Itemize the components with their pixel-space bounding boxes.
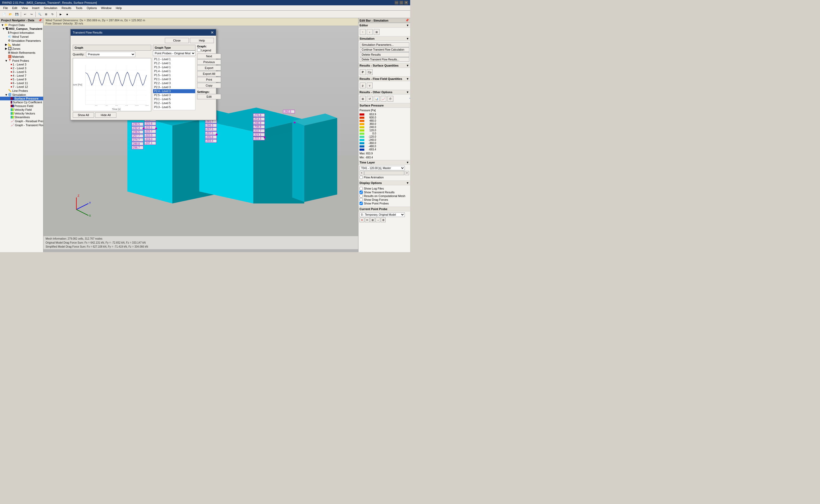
tree-mesh-ref[interactable]: ⊞ Mesh Refinements bbox=[0, 51, 43, 55]
save-btn[interactable]: 💾 bbox=[14, 11, 20, 17]
show-point-probes-checkbox[interactable] bbox=[360, 202, 363, 205]
editor-section-header[interactable]: Editor ▼ bbox=[358, 23, 410, 28]
sim-params-btn[interactable]: Simulation Parameters... bbox=[360, 42, 409, 47]
tree-probe-5[interactable]: ■ 5 - Level 9 bbox=[0, 77, 43, 81]
surface-pressure-header[interactable]: Surface Pressure bbox=[358, 103, 410, 108]
hide-all-btn[interactable]: Hide All bbox=[95, 112, 116, 118]
rotate-btn[interactable]: ↻ bbox=[50, 11, 55, 17]
menu-view[interactable]: View bbox=[19, 6, 30, 10]
menu-help[interactable]: Help bbox=[114, 6, 124, 10]
flow-animation-checkbox[interactable] bbox=[360, 176, 363, 179]
menu-simulation[interactable]: Simulation bbox=[42, 6, 59, 10]
zoom-btn[interactable]: 🔍 bbox=[37, 11, 43, 17]
legend-checkbox[interactable] bbox=[197, 48, 201, 52]
edit-btn[interactable]: Edit bbox=[197, 94, 221, 99]
current-probe-header[interactable]: Current Point Probe bbox=[358, 207, 410, 211]
time-slider[interactable] bbox=[364, 171, 404, 175]
opt-btn3[interactable]: 📊 bbox=[374, 96, 380, 102]
export-all-btn[interactable]: Export All bbox=[197, 71, 221, 76]
simulation-section-header[interactable]: Simulation ▼ bbox=[358, 36, 410, 41]
editor-btn3[interactable]: ⊞ bbox=[374, 29, 380, 35]
probe-list-item[interactable]: P1.1 - Level 1 bbox=[153, 57, 195, 61]
delete-results-btn[interactable]: Delete Results bbox=[360, 52, 409, 57]
close-dialog-btn[interactable]: Close bbox=[165, 38, 189, 43]
show-drag-checkbox[interactable] bbox=[360, 198, 363, 201]
menu-edit[interactable]: Edit bbox=[10, 6, 19, 10]
tree-graph-transient[interactable]: 📈 Graph - Transient Flow bbox=[0, 123, 43, 127]
tree-probe-1[interactable]: ■ 1 - Level 3 bbox=[0, 63, 43, 66]
opt-btn2[interactable]: ↺ bbox=[367, 96, 373, 102]
probe-list-item[interactable]: P3.4 - Level 5 bbox=[153, 109, 195, 110]
pin-icon[interactable]: 📌 bbox=[38, 19, 42, 22]
time-prev-btn[interactable]: < bbox=[360, 171, 364, 175]
delete-transient-btn[interactable]: Delete Transient Flow Results... bbox=[360, 57, 409, 62]
probe-list-item[interactable]: P3.1 - Level 5 bbox=[153, 97, 195, 101]
time-layer-header[interactable]: Time Layer ▼ bbox=[358, 160, 410, 165]
tree-wind-tunnel[interactable]: 💨 Wind Tunnel bbox=[0, 35, 43, 39]
probe-settings-btn[interactable]: ⚙ bbox=[381, 218, 386, 222]
stop-btn[interactable]: ■ bbox=[64, 11, 70, 17]
results-surface-header[interactable]: Results - Surface Quantities ▼ bbox=[358, 63, 410, 68]
probe-list-item[interactable]: P2.1 - Level 3 bbox=[153, 77, 195, 81]
probe-list-item[interactable]: P2.5 - Level 3 bbox=[153, 93, 195, 97]
menu-results[interactable]: Results bbox=[59, 6, 74, 10]
tree-velocity-field[interactable]: Velocity Field bbox=[0, 108, 43, 112]
menu-options[interactable]: Options bbox=[85, 6, 99, 10]
probe-edit-btn[interactable]: ✏ bbox=[365, 218, 370, 222]
fit-btn[interactable]: ⊞ bbox=[43, 11, 49, 17]
tree-campus-transient[interactable]: ▼ 🏗 M03_Campus_Transient bbox=[0, 27, 43, 31]
tree-model[interactable]: ▶ 📐 Model bbox=[0, 43, 43, 47]
close-btn[interactable]: ✕ bbox=[404, 1, 408, 5]
continue-transient-btn[interactable]: Continue Transient Flow Calculation bbox=[360, 47, 409, 52]
tree-probe-6[interactable]: ■ 6 - Level 11 bbox=[0, 81, 43, 85]
probe-delete-btn[interactable]: ✕ bbox=[360, 218, 364, 222]
next-btn[interactable]: Next bbox=[197, 54, 221, 59]
opt-btn4[interactable]: 📈 bbox=[381, 96, 386, 102]
cp-btn[interactable]: Cp bbox=[367, 69, 373, 75]
menu-insert[interactable]: Insert bbox=[30, 6, 42, 10]
current-probe-select[interactable]: 0 - Temporary, Original Model bbox=[360, 212, 405, 217]
time-layer-select[interactable]: T041 - 120.00 [s], Master bbox=[360, 166, 405, 170]
tree-probe-4[interactable]: ■ 4 - Level 7 bbox=[0, 74, 43, 77]
redo-btn[interactable]: ↪ bbox=[28, 11, 34, 17]
tree-probe-7[interactable]: ■ 7 - Level 12 bbox=[0, 85, 43, 89]
tree-materials[interactable]: 🧱 Materials bbox=[0, 55, 43, 59]
opt-btn1[interactable]: ⊞ bbox=[360, 96, 366, 102]
open-btn[interactable]: 📂 bbox=[7, 11, 13, 17]
display-options-header[interactable]: Display Options ▼ bbox=[358, 181, 410, 185]
menu-tools[interactable]: Tools bbox=[74, 6, 85, 10]
tree-project-info[interactable]: ℹ Project Information bbox=[0, 31, 43, 35]
copy-btn[interactable]: Copy bbox=[197, 83, 221, 88]
tree-zones[interactable]: ▶ 🔲 Zones bbox=[0, 47, 43, 51]
flow-p-btn[interactable]: p bbox=[360, 83, 366, 88]
tree-surface-cp[interactable]: Surface Cp Coefficient bbox=[0, 100, 43, 104]
modal-close-x[interactable]: ✕ bbox=[211, 30, 214, 35]
probe-list-item[interactable]: P1.5 - Level 1 bbox=[153, 73, 195, 77]
tree-sim-params[interactable]: ⚙ Simulation Parameters bbox=[0, 39, 43, 43]
show-log-checkbox[interactable] bbox=[360, 187, 363, 190]
run-btn[interactable]: ▶ bbox=[58, 11, 64, 17]
quantity-select[interactable]: Pressure bbox=[86, 52, 135, 57]
show-all-btn[interactable]: Show All bbox=[73, 112, 94, 118]
export-btn[interactable]: Export bbox=[197, 65, 221, 71]
probe-list-item[interactable]: P1.3 - Level 1 bbox=[153, 65, 195, 69]
previous-btn[interactable]: Previous bbox=[197, 59, 221, 65]
probe-list-item[interactable]: P3.2 - Level 5 bbox=[153, 101, 195, 105]
tree-graph-residual[interactable]: 📈 Graph - Residual Pressure bbox=[0, 119, 43, 123]
probe-list-item[interactable]: P1.2 - Level 1 bbox=[153, 61, 195, 65]
menu-file[interactable]: File bbox=[1, 6, 10, 10]
tree-simulation[interactable]: ▼ 🌀 Simulation bbox=[0, 93, 43, 97]
help-dialog-btn[interactable]: Help bbox=[190, 38, 214, 43]
opt-btn5[interactable]: ⏱ bbox=[387, 96, 393, 102]
maximize-btn[interactable]: □ bbox=[399, 1, 403, 5]
probe-copy-btn[interactable]: ⊞ bbox=[370, 218, 375, 222]
tree-point-probes[interactable]: ▼ 📍 Point Probes bbox=[0, 59, 43, 63]
graph-type-select[interactable]: Point Probes - Original Model bbox=[153, 51, 195, 56]
probe-list[interactable]: P1.1 - Level 1P1.2 - Level 1P1.3 - Level… bbox=[153, 57, 195, 110]
results-on-mesh-checkbox[interactable] bbox=[360, 194, 363, 198]
results-flow-header[interactable]: Results - Flow Field Quantities ▼ bbox=[358, 76, 410, 81]
show-transient-checkbox[interactable] bbox=[360, 191, 363, 194]
tree-velocity-vectors[interactable]: Velocity Vectors bbox=[0, 112, 43, 115]
undo-btn[interactable]: ↩ bbox=[22, 11, 28, 17]
new-btn[interactable]: 📄 bbox=[1, 11, 7, 17]
